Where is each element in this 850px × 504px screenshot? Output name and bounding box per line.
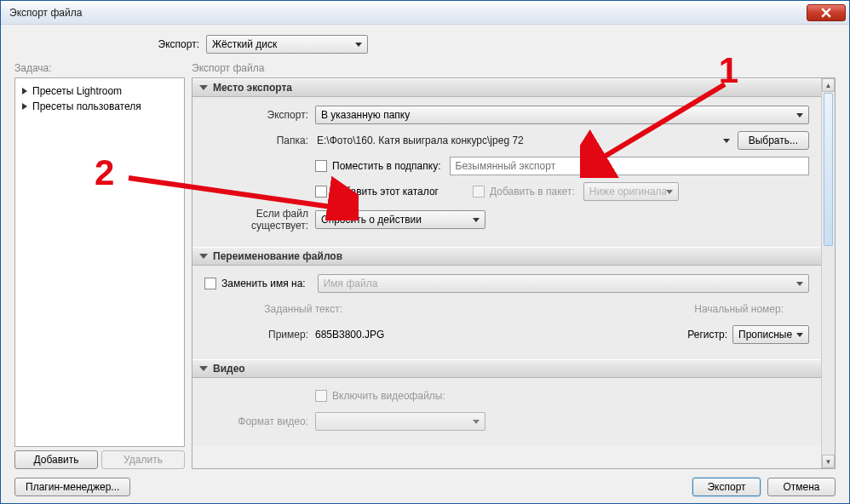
subfolder-input[interactable] bbox=[450, 157, 809, 175]
preset-item-user[interactable]: Пресеты пользователя bbox=[19, 99, 181, 114]
folder-path: E:\Фото\160. Катя выиграла конкурс\jpeg … bbox=[315, 135, 721, 146]
export-target-label: Экспорт: bbox=[14, 38, 206, 50]
chevron-down-icon bbox=[199, 254, 208, 259]
preset-item-lightroom[interactable]: Пресеты Lightroom bbox=[19, 83, 181, 99]
case-dropdown[interactable]: Прописные bbox=[732, 325, 809, 344]
include-video-checkbox[interactable] bbox=[315, 390, 327, 402]
cancel-button[interactable]: Отмена bbox=[767, 478, 836, 496]
section-video-header[interactable]: Видео bbox=[192, 359, 821, 378]
chevron-down-icon bbox=[796, 333, 803, 337]
titlebar: Экспорт файла bbox=[1, 1, 849, 25]
file-exists-label: Если файл существует: bbox=[204, 208, 315, 232]
plugin-manager-button[interactable]: Плагин-менеджер... bbox=[14, 478, 130, 496]
case-label: Регистр: bbox=[687, 329, 727, 341]
remove-preset-button: Удалить bbox=[101, 450, 185, 469]
chevron-down-icon bbox=[199, 366, 208, 371]
add-catalog-label: Добавить этот каталог bbox=[332, 186, 439, 198]
custom-text-label: Заданный текст: bbox=[204, 303, 349, 315]
add-preset-button[interactable]: Добавить bbox=[14, 450, 98, 469]
scroll-up-icon[interactable]: ▲ bbox=[822, 78, 835, 92]
chevron-down-icon bbox=[666, 190, 673, 194]
export-dialog: Экспорт файла Экспорт: Жёсткий диск Зада… bbox=[0, 0, 850, 504]
export-target-dropdown[interactable]: Жёсткий диск bbox=[206, 35, 368, 54]
export-button[interactable]: Экспорт bbox=[692, 478, 761, 496]
scroll-down-icon[interactable]: ▼ bbox=[822, 455, 835, 468]
chevron-down-icon bbox=[796, 113, 803, 117]
chevron-down-icon bbox=[199, 85, 208, 90]
rename-checkbox[interactable] bbox=[204, 278, 216, 289]
chevron-down-icon bbox=[473, 218, 480, 222]
chevron-down-icon bbox=[473, 420, 480, 424]
packet-position-dropdown[interactable]: Ниже оригинала bbox=[583, 182, 679, 201]
close-button[interactable] bbox=[807, 4, 846, 21]
chevron-down-icon bbox=[355, 43, 362, 47]
settings-panel: Место экспорта Экспорт: В указанную папк… bbox=[192, 77, 836, 469]
window-title: Экспорт файла bbox=[9, 7, 807, 19]
start-number-label: Начальный номер: bbox=[694, 303, 784, 315]
section-location-header[interactable]: Место экспорта bbox=[192, 78, 821, 97]
folder-label: Папка: bbox=[204, 135, 315, 146]
preset-list[interactable]: Пресеты Lightroom Пресеты пользователя bbox=[14, 77, 185, 447]
put-in-subfolder-label: Поместить в подпапку: bbox=[332, 160, 441, 172]
add-catalog-checkbox[interactable] bbox=[315, 186, 327, 198]
choose-folder-button[interactable]: Выбрать... bbox=[738, 131, 809, 150]
triangle-right-icon bbox=[22, 103, 27, 110]
export-to-label: Экспорт: bbox=[204, 109, 315, 121]
put-in-subfolder-checkbox[interactable] bbox=[315, 160, 327, 172]
rename-label: Заменить имя на: bbox=[221, 278, 306, 289]
include-video-label: Включить видеофайлы: bbox=[332, 390, 445, 402]
export-to-dropdown[interactable]: В указанную папку bbox=[315, 106, 809, 124]
example-label: Пример: bbox=[204, 329, 315, 341]
chevron-down-icon bbox=[796, 282, 803, 286]
file-exists-dropdown[interactable]: Спросить о действии bbox=[315, 210, 485, 229]
add-packet-checkbox[interactable] bbox=[473, 186, 485, 198]
folder-dropdown-icon[interactable] bbox=[721, 139, 732, 143]
scroll-thumb[interactable] bbox=[824, 93, 833, 246]
scrollbar[interactable]: ▲ ▼ bbox=[821, 78, 835, 468]
filename-template-dropdown[interactable]: Имя файла bbox=[318, 274, 809, 293]
example-value: 685B3800.JPG bbox=[315, 329, 384, 341]
export-target-value: Жёсткий диск bbox=[212, 38, 277, 50]
right-panel-label: Экспорт файла bbox=[192, 62, 836, 74]
task-label: Задача: bbox=[14, 62, 185, 74]
add-packet-label: Добавить в пакет: bbox=[490, 186, 575, 198]
video-format-dropdown[interactable] bbox=[315, 412, 485, 431]
video-format-label: Формат видео: bbox=[204, 415, 315, 427]
section-rename-header[interactable]: Переименование файлов bbox=[192, 247, 821, 266]
triangle-right-icon bbox=[22, 88, 27, 94]
